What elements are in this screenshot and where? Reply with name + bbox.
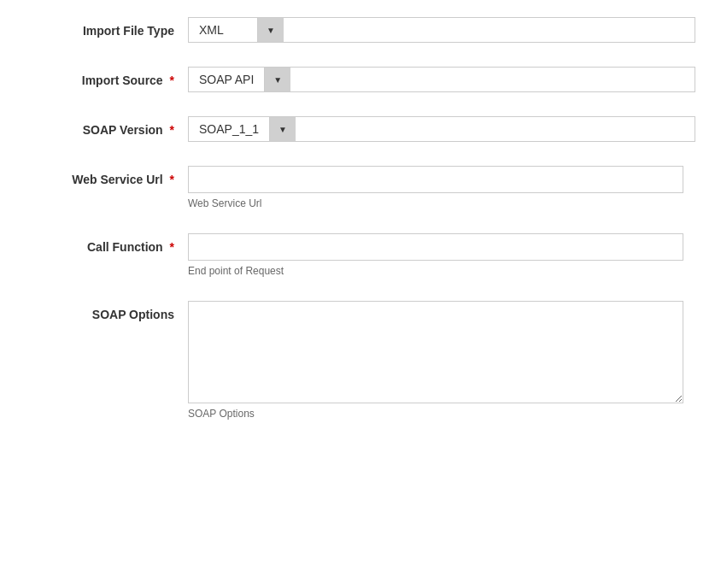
soap-version-row: SOAP Version * SOAP_1_1	[26, 116, 695, 142]
web-service-url-required-star: *	[170, 173, 174, 186]
import-file-type-value: XML	[189, 18, 257, 42]
import-source-label: Import Source *	[26, 67, 188, 87]
import-source-select-wrapper[interactable]: SOAP API	[188, 67, 695, 92]
import-source-dropdown-arrow[interactable]	[264, 68, 290, 91]
soap-options-hint: SOAP Options	[188, 408, 695, 420]
web-service-url-field: Web Service Url	[188, 166, 695, 209]
soap-version-select-wrapper[interactable]: SOAP_1_1	[188, 116, 695, 142]
call-function-required-star: *	[170, 240, 174, 254]
call-function-field: End point of Request	[188, 233, 695, 277]
web-service-url-label: Web Service Url *	[26, 166, 188, 186]
import-file-type-row: Import File Type XML	[26, 17, 695, 43]
soap-version-label: SOAP Version *	[26, 116, 188, 137]
web-service-url-input[interactable]	[188, 166, 683, 193]
import-file-type-field: XML	[188, 17, 695, 43]
soap-options-field: SOAP Options	[188, 301, 695, 420]
soap-version-required-star: *	[170, 123, 174, 137]
soap-options-textarea[interactable]	[188, 301, 683, 403]
import-source-value: SOAP API	[189, 68, 264, 91]
soap-version-value: SOAP_1_1	[189, 117, 269, 141]
call-function-row: Call Function * End point of Request	[26, 233, 695, 277]
import-file-type-dropdown-arrow[interactable]	[257, 18, 284, 42]
soap-options-label: SOAP Options	[26, 301, 188, 321]
import-source-row: Import Source * SOAP API	[26, 67, 695, 92]
call-function-label: Call Function *	[26, 233, 188, 254]
soap-options-row: SOAP Options SOAP Options	[26, 301, 695, 420]
import-file-type-select-wrapper[interactable]: XML	[188, 17, 695, 43]
web-service-url-row: Web Service Url * Web Service Url	[26, 166, 695, 209]
call-function-hint: End point of Request	[188, 265, 695, 277]
web-service-url-hint: Web Service Url	[188, 197, 695, 209]
import-source-field: SOAP API	[188, 67, 695, 92]
import-source-required-star: *	[170, 74, 174, 87]
call-function-input[interactable]	[188, 233, 683, 261]
soap-version-dropdown-arrow[interactable]	[269, 117, 296, 141]
soap-version-field: SOAP_1_1	[188, 116, 695, 142]
import-file-type-label: Import File Type	[26, 17, 188, 38]
